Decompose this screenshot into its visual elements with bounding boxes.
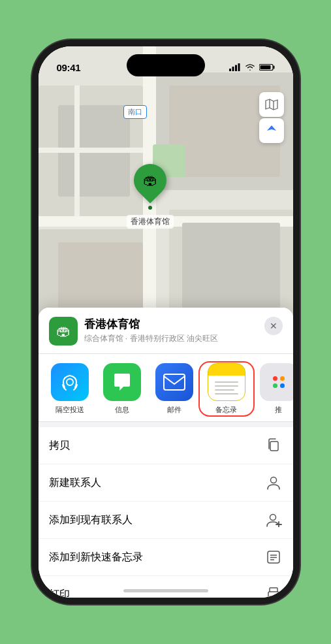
map-controls[interactable]	[259, 92, 284, 143]
svg-rect-20	[74, 86, 80, 216]
map-south-exit-label: 南口	[123, 105, 147, 119]
new-contact-label: 新建联系人	[49, 476, 101, 490]
quick-note-action[interactable]: 添加到新快速备忘录	[39, 539, 293, 576]
svg-point-26	[270, 477, 276, 483]
dynamic-island	[127, 54, 205, 76]
notes-icon	[208, 363, 245, 401]
svg-rect-25	[270, 442, 278, 451]
venue-header: 🏟 香港体育馆 综合体育馆 · 香港特别行政区 油尖旺区 ✕	[39, 308, 293, 354]
more-label: 推	[275, 405, 282, 415]
svg-rect-24	[164, 374, 185, 390]
svg-rect-5	[273, 66, 274, 69]
location-arrow-icon	[266, 125, 277, 137]
mail-icon	[155, 363, 193, 401]
svg-rect-0	[229, 69, 231, 71]
mail-label: 邮件	[167, 405, 181, 415]
status-time: 09:41	[57, 62, 81, 73]
copy-icon	[264, 436, 283, 455]
notes-label: 备忘录	[215, 405, 237, 415]
svg-rect-3	[238, 63, 240, 71]
person-symbol	[266, 475, 281, 490]
person-add-symbol	[265, 513, 282, 527]
share-notes-item[interactable]: 备忘录	[200, 363, 253, 415]
svg-rect-35	[270, 596, 277, 598]
battery-icon	[259, 63, 275, 71]
more-icon	[260, 363, 293, 401]
messages-icon	[103, 363, 141, 401]
quick-note-label: 添加到新快速备忘录	[49, 551, 143, 564]
status-icons	[229, 63, 275, 71]
phone-frame: 09:41	[39, 46, 293, 598]
print-label: 打印	[49, 588, 70, 598]
close-button[interactable]: ✕	[264, 317, 283, 335]
venue-subtitle: 综合体育馆 · 香港特别行政区 油尖旺区	[84, 333, 258, 344]
location-pin: 🏟 香港体育馆	[127, 164, 174, 229]
action-list: 拷贝 新建联系人	[39, 427, 293, 598]
share-mail-item[interactable]: 邮件	[148, 363, 200, 415]
copy-symbol	[266, 438, 281, 453]
mail-symbol	[163, 374, 185, 391]
add-existing-icon	[264, 511, 283, 529]
share-airdrop-item[interactable]: 隔空投送	[44, 363, 96, 415]
print-action[interactable]: 打印	[39, 576, 293, 598]
new-contact-icon	[264, 474, 283, 492]
bottom-sheet: 🏟 香港体育馆 综合体育馆 · 香港特别行政区 油尖旺区 ✕	[39, 308, 293, 598]
venue-name: 香港体育馆	[84, 317, 258, 332]
svg-point-23	[67, 379, 73, 385]
svg-point-27	[270, 515, 276, 521]
svg-rect-6	[260, 65, 270, 69]
messages-label: 信息	[115, 405, 129, 415]
map-view-toggle-button[interactable]	[259, 92, 284, 117]
location-arrow-button[interactable]	[259, 118, 284, 143]
airdrop-symbol	[59, 372, 80, 393]
venue-icon: 🏟	[49, 317, 78, 346]
venue-info: 香港体育馆 综合体育馆 · 香港特别行政区 油尖旺区	[84, 317, 258, 344]
quick-note-icon	[264, 548, 283, 566]
svg-rect-17	[182, 223, 280, 321]
copy-action[interactable]: 拷贝	[39, 427, 293, 464]
home-indicator	[123, 589, 208, 592]
svg-rect-19	[39, 148, 143, 153]
messages-symbol	[112, 372, 133, 392]
signal-icon	[229, 63, 241, 71]
airdrop-label: 隔空投送	[55, 405, 84, 415]
map-type-icon	[265, 98, 278, 111]
svg-rect-16	[58, 242, 143, 314]
wifi-icon	[245, 63, 255, 71]
airdrop-icon	[51, 363, 89, 401]
copy-label: 拷贝	[49, 439, 70, 453]
svg-rect-2	[235, 65, 237, 72]
share-messages-item[interactable]: 信息	[96, 363, 148, 415]
pin-label: 香港体育馆	[127, 215, 174, 229]
map-area: 南口 🏟	[39, 46, 293, 334]
svg-point-36	[277, 594, 278, 595]
share-apps-row: 隔空投送 信息 邮件	[39, 354, 293, 422]
add-existing-contact-action[interactable]: 添加到现有联系人	[39, 502, 293, 539]
share-more-item[interactable]: 推	[253, 363, 293, 415]
svg-rect-1	[232, 67, 234, 71]
note-symbol	[266, 550, 281, 564]
print-symbol	[266, 587, 281, 598]
print-icon	[264, 585, 283, 598]
new-contact-action[interactable]: 新建联系人	[39, 464, 293, 502]
add-existing-label: 添加到现有联系人	[49, 513, 133, 527]
